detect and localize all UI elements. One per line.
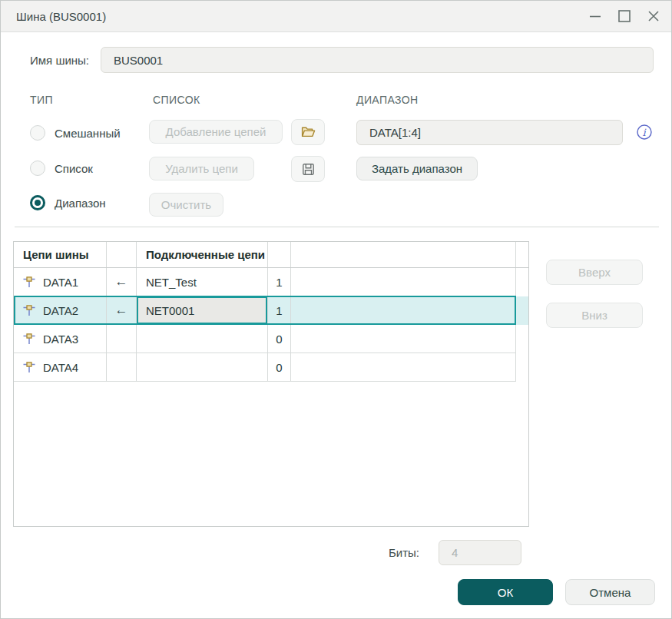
radio-mixed-label: Смешанный <box>55 127 121 140</box>
bus-net-name: DATA1 <box>43 276 78 289</box>
connected-net-cell[interactable] <box>137 325 268 353</box>
cancel-button[interactable]: Отмена <box>565 579 655 605</box>
add-nets-button[interactable]: Добавление цепей <box>149 120 283 144</box>
separator-line <box>15 227 659 227</box>
header-count[interactable] <box>268 242 291 267</box>
count-cell[interactable]: 0 <box>268 325 291 353</box>
table-row[interactable]: DATA1 ← NET_Test 1 <box>14 268 528 296</box>
radio-range-label: Диапазон <box>55 197 106 210</box>
radio-range-circle[interactable] <box>30 195 45 210</box>
radio-list-circle[interactable] <box>30 161 45 176</box>
maximize-icon[interactable] <box>616 8 633 25</box>
ok-button[interactable]: ОК <box>458 579 553 605</box>
range-section-label: ДИАПАЗОН <box>356 94 418 106</box>
direction-arrow: ← <box>115 274 128 290</box>
bus-name-label: Имя шины: <box>30 47 89 73</box>
radio-range[interactable]: Диапазон <box>30 194 106 211</box>
header-bus-nets[interactable]: Цепи шины <box>14 242 107 267</box>
close-icon[interactable] <box>645 8 662 25</box>
connected-net-cell-current[interactable]: NET0001 <box>137 296 268 325</box>
table-row[interactable]: DATA3 0 <box>14 325 528 353</box>
bus-net-name: DATA3 <box>43 333 78 346</box>
connected-net-cell[interactable]: NET_Test <box>137 268 268 296</box>
table-row-selected[interactable]: DATA2 ← NET0001 1 <box>14 296 528 325</box>
title-bar: Шина (BUS0001) <box>1 1 671 32</box>
set-range-button[interactable]: Задать диапазон <box>356 157 478 180</box>
bus-name-input[interactable]: BUS0001 <box>101 47 654 73</box>
bus-dialog-window: Шина (BUS0001) Имя шины: BUS0001 ТИП СПИ… <box>0 0 672 619</box>
bits-label: Биты: <box>350 540 419 565</box>
table-row[interactable]: DATA4 0 <box>14 353 528 382</box>
count-cell[interactable]: 0 <box>268 353 291 382</box>
net-pin-icon <box>23 276 35 288</box>
bus-name-value: BUS0001 <box>114 54 163 67</box>
remove-nets-button[interactable]: Удалить цепи <box>149 157 254 180</box>
save-file-button[interactable] <box>291 156 325 182</box>
type-section-label: ТИП <box>30 94 53 106</box>
bus-net-name: DATA4 <box>43 361 78 374</box>
svg-text:i: i <box>642 127 646 138</box>
nets-table: Цепи шины Подключенные цепи DATA1 ← NET_ <box>13 241 529 527</box>
open-file-button[interactable] <box>291 119 325 145</box>
window-controls <box>587 8 662 25</box>
save-icon <box>302 163 315 176</box>
connected-net-cell[interactable] <box>137 353 268 382</box>
radio-list[interactable]: Список <box>30 160 93 177</box>
window-title: Шина (BUS0001) <box>16 10 106 23</box>
range-input[interactable]: DATA[1:4] <box>356 120 623 145</box>
net-pin-icon <box>23 362 35 373</box>
minimize-icon[interactable] <box>587 8 604 25</box>
count-cell[interactable]: 1 <box>268 296 291 325</box>
direction-arrow: ← <box>115 303 128 318</box>
radio-mixed[interactable]: Смешанный <box>30 124 121 141</box>
header-extra[interactable] <box>291 242 516 267</box>
list-section-label: СПИСОК <box>153 94 200 106</box>
radio-list-label: Список <box>55 162 93 175</box>
clear-button[interactable]: Очистить <box>149 193 223 217</box>
folder-open-icon <box>301 126 316 138</box>
header-arrow[interactable] <box>107 242 137 267</box>
net-pin-icon <box>23 305 35 316</box>
bus-net-name: DATA2 <box>43 304 78 317</box>
bits-value: 4 <box>452 546 458 559</box>
info-icon[interactable]: i <box>636 124 653 141</box>
bits-input[interactable]: 4 <box>439 540 521 565</box>
radio-mixed-circle[interactable] <box>30 125 45 141</box>
range-value: DATA[1:4] <box>369 126 421 139</box>
move-down-button[interactable]: Вниз <box>546 303 643 328</box>
net-pin-icon <box>23 333 35 345</box>
count-cell[interactable]: 1 <box>268 268 291 296</box>
move-up-button[interactable]: Вверх <box>546 260 643 285</box>
table-header-row: Цепи шины Подключенные цепи <box>14 242 528 268</box>
header-connected-nets[interactable]: Подключенные цепи <box>137 242 268 267</box>
